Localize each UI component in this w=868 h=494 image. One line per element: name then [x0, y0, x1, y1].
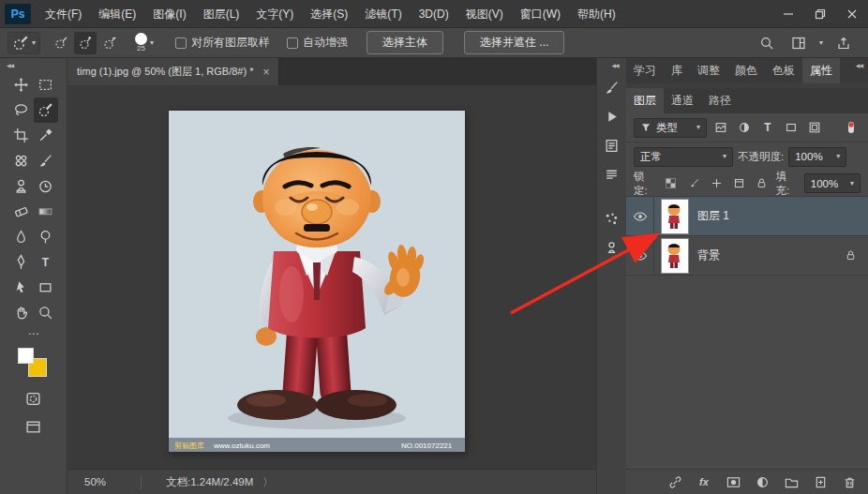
collapse-tools-icon[interactable]: ◀◀ — [0, 58, 67, 70]
history-brush-tool[interactable] — [34, 173, 58, 199]
delete-layer-button[interactable] — [840, 472, 859, 491]
menu-3d[interactable]: 3D(D) — [411, 0, 457, 28]
pen-tool[interactable] — [9, 249, 34, 275]
expand-panels-icon[interactable]: ◀◀ — [605, 58, 618, 70]
clone-stamp-tool[interactable] — [9, 173, 34, 199]
eraser-tool[interactable] — [9, 199, 34, 224]
collapse-dock-icon[interactable]: ◀◀ — [856, 58, 868, 83]
menu-image[interactable]: 图像(I) — [144, 0, 194, 28]
tab-learn[interactable]: 学习 — [626, 58, 664, 83]
tab-libraries[interactable]: 库 — [664, 58, 690, 83]
image-document[interactable]: 剪贴图库 www.oztuku.com NO.001072221 — [169, 111, 465, 452]
close-button[interactable] — [836, 0, 868, 28]
layer1-visibility-toggle[interactable] — [626, 197, 654, 236]
lock-position-button[interactable] — [708, 174, 726, 193]
minimize-button[interactable] — [772, 0, 804, 28]
new-layer-button[interactable] — [811, 472, 830, 491]
shape-tool[interactable] — [34, 275, 58, 300]
search-button[interactable] — [756, 32, 778, 54]
filter-shape-layers-button[interactable] — [782, 118, 801, 137]
quick-selection-tool[interactable] — [34, 97, 58, 123]
select-and-mask-button[interactable]: 选择并遮住 ... — [464, 31, 564, 54]
brushes-panel-button[interactable] — [600, 206, 624, 231]
background-thumbnail[interactable] — [662, 239, 688, 273]
canvas[interactable]: 剪贴图库 www.oztuku.com NO.001072221 — [67, 85, 596, 469]
document-tab[interactable]: timg (1).jpg @ 50% (图层 1, RGB/8#) * × — [67, 58, 279, 85]
menu-select[interactable]: 选择(S) — [302, 0, 356, 28]
auto-enhance-checkbox[interactable]: 自动增强 — [287, 35, 348, 51]
menu-type[interactable]: 文字(Y) — [247, 0, 302, 28]
eyedropper-tool[interactable] — [34, 123, 58, 148]
layer-row-layer1[interactable]: 图层 1 — [626, 197, 868, 236]
menu-window[interactable]: 窗口(W) — [512, 0, 569, 28]
gradient-tool[interactable] — [34, 199, 58, 224]
menu-view[interactable]: 视图(V) — [457, 0, 512, 28]
layer-filter-toggle[interactable] — [842, 118, 861, 137]
workspace-switcher-button[interactable] — [787, 32, 810, 54]
quick-mask-button[interactable] — [22, 387, 45, 410]
menu-filter[interactable]: 滤镜(T) — [356, 0, 410, 28]
brush-tool[interactable] — [34, 148, 58, 173]
actions-panel-button[interactable] — [600, 104, 624, 128]
filter-adjustment-layers-button[interactable] — [735, 118, 754, 137]
tab-adjustments[interactable]: 调整 — [690, 58, 727, 83]
path-selection-tool[interactable] — [9, 275, 34, 300]
menu-help[interactable]: 帮助(H) — [569, 0, 624, 28]
ps-logo[interactable]: Ps — [5, 4, 31, 24]
select-subject-button[interactable]: 选择主体 — [367, 31, 443, 54]
menu-file[interactable]: 文件(F) — [37, 0, 90, 28]
lock-all-button[interactable] — [753, 174, 771, 193]
tab-swatches[interactable]: 色板 — [765, 58, 802, 83]
filter-kind-select[interactable]: 类型 ▾ — [634, 118, 707, 138]
filter-type-layers-button[interactable]: T — [758, 118, 777, 137]
menu-edit[interactable]: 编辑(E) — [90, 0, 144, 28]
new-group-button[interactable] — [782, 472, 801, 491]
blur-tool[interactable] — [9, 224, 34, 249]
dodge-tool[interactable] — [34, 224, 58, 249]
zoom-tool[interactable] — [34, 300, 58, 325]
healing-brush-tool[interactable] — [9, 148, 34, 173]
hand-tool[interactable] — [9, 300, 34, 325]
tool-preset-picker[interactable]: ▾ — [7, 32, 40, 54]
filter-pixel-layers-button[interactable] — [711, 118, 730, 137]
fill-select[interactable]: 100% ▾ — [804, 173, 861, 193]
tab-close-icon[interactable]: × — [262, 66, 269, 79]
lock-artboard-button[interactable] — [730, 174, 748, 193]
marquee-tool[interactable] — [34, 72, 58, 97]
background-visibility-toggle[interactable] — [626, 236, 654, 276]
chevron-down-icon[interactable]: ▾ — [819, 39, 823, 47]
filter-smart-objects-button[interactable] — [805, 118, 824, 137]
menu-layer[interactable]: 图层(L) — [195, 0, 248, 28]
zoom-level-field[interactable]: 50% — [84, 476, 141, 487]
tab-properties[interactable]: 属性 — [802, 58, 840, 83]
lock-transparency-button[interactable] — [662, 174, 680, 193]
foreground-color-swatch[interactable] — [18, 348, 34, 364]
move-tool[interactable] — [9, 72, 34, 97]
brush-size-picker[interactable]: 25 ▾ — [130, 32, 158, 53]
add-mask-button[interactable] — [724, 472, 742, 491]
tab-paths[interactable]: 路径 — [701, 88, 739, 113]
adjustment-layer-button[interactable] — [753, 472, 771, 491]
layer1-thumbnail[interactable] — [662, 200, 688, 233]
restore-button[interactable] — [804, 0, 836, 28]
share-button[interactable] — [832, 32, 855, 54]
link-layers-button[interactable] — [666, 472, 684, 491]
tab-layers[interactable]: 图层 — [626, 88, 664, 113]
background-name[interactable]: 背景 — [697, 247, 720, 263]
type-tool[interactable]: T — [34, 249, 58, 275]
paragraph-panel-button[interactable] — [600, 162, 624, 187]
lock-pixels-button[interactable] — [685, 174, 703, 193]
layer-style-button[interactable]: fx — [695, 472, 713, 491]
lasso-tool[interactable] — [9, 97, 34, 123]
more-tools-button[interactable]: ⋯ — [28, 329, 39, 338]
layer1-name[interactable]: 图层 1 — [697, 208, 729, 224]
clone-source-panel-button[interactable] — [600, 235, 624, 260]
layer-row-background[interactable]: 背景 — [626, 236, 868, 276]
add-to-selection-button[interactable] — [74, 32, 97, 54]
tab-color[interactable]: 颜色 — [727, 58, 765, 83]
brush-settings-panel-button[interactable] — [600, 75, 624, 99]
crop-tool[interactable] — [9, 123, 34, 148]
opacity-select[interactable]: 100% ▾ — [788, 147, 846, 167]
subtract-from-selection-button[interactable] — [98, 32, 121, 54]
character-panel-button[interactable] — [600, 133, 624, 157]
